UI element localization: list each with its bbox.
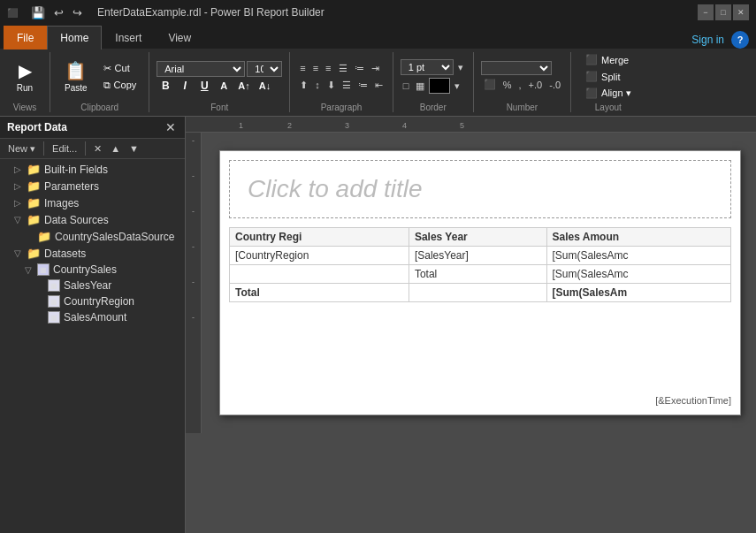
align-button[interactable]: ⬛ Align ▾ <box>578 86 638 101</box>
expander-parameters: ▷ <box>14 181 23 191</box>
increase-decimal-button[interactable]: +.0 <box>526 78 546 92</box>
tree-item-field-salesamount[interactable]: ▦ SalesAmount <box>0 309 185 325</box>
tree-label-parameters: Parameters <box>44 180 99 193</box>
close-button[interactable]: ✕ <box>733 4 749 20</box>
tab-file[interactable]: File <box>4 26 47 49</box>
ordered-list2-button[interactable]: ≔ <box>355 78 370 93</box>
help-button[interactable]: ? <box>731 31 749 49</box>
tree-item-builtin-fields[interactable]: ▷ 📁 Built-in Fields <box>0 161 185 178</box>
paste-button[interactable]: 📋 Paste <box>57 57 95 96</box>
font-color-button[interactable]: A <box>215 80 233 92</box>
expander-builtin: ▷ <box>14 164 23 174</box>
font-increase-button[interactable]: A↑ <box>234 80 253 92</box>
new-label: New ▾ <box>8 143 35 155</box>
tab-view[interactable]: View <box>155 26 204 49</box>
border-color-swatch[interactable] <box>429 78 450 94</box>
copy-button[interactable]: ⧉Copy <box>98 78 142 93</box>
title-placeholder[interactable]: Click to add title <box>229 160 731 218</box>
list2-button[interactable]: ☰ <box>340 78 354 93</box>
folder-icon-builtin: 📁 <box>27 163 41 176</box>
percent-button[interactable]: % <box>500 78 515 92</box>
border-all-button[interactable]: ▦ <box>413 79 427 94</box>
field-icon-salesamount: ▦ <box>48 311 60 324</box>
italic-button[interactable]: I <box>176 79 194 93</box>
indent-button[interactable]: ⇥ <box>369 61 382 76</box>
window-controls: − □ ✕ <box>698 4 749 20</box>
cut-copy-buttons: ✂Cut ⧉Copy <box>98 61 142 93</box>
merge-button[interactable]: ⬛ Merge <box>578 52 638 67</box>
outdent-button[interactable]: ⇤ <box>372 78 386 93</box>
valign-top-button[interactable]: ⬆ <box>297 78 310 93</box>
comma-button[interactable]: , <box>516 78 524 92</box>
tree-item-datasource-country[interactable]: 📁 CountrySalesDataSource <box>0 228 185 245</box>
header-country: Country Regi <box>230 228 409 247</box>
delete-button[interactable]: ✕ <box>91 142 104 156</box>
font-size-select[interactable]: 10 <box>247 61 282 77</box>
maximize-button[interactable]: □ <box>715 4 731 20</box>
ribbon-group-clipboard: 📋 Paste ✂Cut ⧉Copy Clipboard <box>57 52 149 112</box>
ruler-vertical: - - - - - - <box>186 133 202 433</box>
expander-datasets: ▽ <box>14 248 23 258</box>
sidebar-title: Report Data <box>7 121 67 133</box>
align-right-button[interactable]: ≡ <box>323 61 333 75</box>
number-format-select[interactable] <box>481 61 552 75</box>
align-left-button[interactable]: ≡ <box>297 61 308 75</box>
new-button[interactable]: New ▾ <box>5 142 38 156</box>
table-row: Total [Sum(SalesAmc <box>230 265 731 284</box>
field-icon-salesyear: ▦ <box>48 279 60 292</box>
bold-button[interactable]: B <box>157 79 174 93</box>
border-none-button[interactable]: □ <box>401 79 412 93</box>
split-button[interactable]: ⬛ Split <box>578 69 638 84</box>
layout-group-label: Layout <box>578 103 638 112</box>
move-up-button[interactable]: ▲ <box>108 142 123 155</box>
tree-label-builtin: Built-in Fields <box>44 164 108 176</box>
run-icon: ▶ <box>19 60 32 81</box>
valign-bot-button[interactable]: ⬇ <box>325 78 338 93</box>
ribbon-group-paragraph: ≡ ≡ ≡ ☰ ≔ ⇥ ⬆ ↕ ⬇ ☰ ≔ ⇤ <box>297 52 393 112</box>
ruler-horizontal: 1 2 3 4 5 <box>186 117 756 133</box>
currency-button[interactable]: ⬛ <box>481 77 499 92</box>
cut-button[interactable]: ✂Cut <box>98 61 142 76</box>
cell-salesyear: [SalesYear] <box>409 247 546 265</box>
undo-button[interactable]: ↩ <box>51 4 66 21</box>
font-family-select[interactable]: Arial <box>157 61 245 77</box>
merge-icon: ⬛ <box>585 54 598 65</box>
border-style-select[interactable]: 1 pt 2 pt <box>401 59 454 75</box>
paste-label: Paste <box>65 83 88 93</box>
decrease-decimal-button[interactable]: -.0 <box>546 78 563 92</box>
tree-item-dataset-countrysales[interactable]: ▽ ▦ CountrySales <box>0 262 185 278</box>
border-group-label: Border <box>401 103 466 112</box>
tree-item-datasets[interactable]: ▽ 📁 Datasets <box>0 245 185 262</box>
tree-item-field-salesyear[interactable]: ▦ SalesYear <box>0 278 185 293</box>
tree-item-field-countryregion[interactable]: ▦ CountryRegion <box>0 293 185 309</box>
expander-images: ▷ <box>14 198 23 208</box>
run-button[interactable]: ▶ Run <box>7 57 42 96</box>
table-total-row: Total [Sum(SalesAm <box>230 284 731 302</box>
underline-button[interactable]: U <box>195 79 213 93</box>
redo-button[interactable]: ↪ <box>70 4 85 21</box>
folder-icon-datasource: 📁 <box>37 230 51 243</box>
report-page[interactable]: Click to add title Country Regi Sales Ye… <box>219 150 741 415</box>
tab-home[interactable]: Home <box>47 26 102 49</box>
border-dropdown-button[interactable]: ▾ <box>455 60 466 75</box>
font-decrease-button[interactable]: A↓ <box>256 80 274 92</box>
signin-button[interactable]: Sign in <box>691 34 724 46</box>
canvas-area[interactable]: 1 2 3 4 5 - - - - - - Click to add title <box>186 117 756 533</box>
minimize-button[interactable]: − <box>698 4 714 20</box>
cell-total-label: Total <box>409 265 546 284</box>
align-center-button[interactable]: ≡ <box>310 61 321 75</box>
tree-item-parameters[interactable]: ▷ 📁 Parameters <box>0 178 185 194</box>
ordered-list-button[interactable]: ≔ <box>352 61 367 76</box>
folder-icon-parameters: 📁 <box>27 179 41 193</box>
save-button[interactable]: 💾 <box>28 4 48 21</box>
list-button[interactable]: ☰ <box>336 61 350 76</box>
sidebar-close-button[interactable]: ✕ <box>164 120 178 134</box>
cell-countryregion: [CountryRegion <box>230 247 409 265</box>
tab-insert[interactable]: Insert <box>102 26 155 49</box>
valign-mid-button[interactable]: ↕ <box>312 78 323 92</box>
tree-item-datasources[interactable]: ▽ 📁 Data Sources <box>0 211 185 228</box>
tree-item-images[interactable]: ▷ 📁 Images <box>0 194 185 211</box>
move-down-button[interactable]: ▼ <box>126 142 141 155</box>
border-color-dropdown[interactable]: ▾ <box>452 79 462 94</box>
edit-button[interactable]: Edit... <box>50 142 80 155</box>
